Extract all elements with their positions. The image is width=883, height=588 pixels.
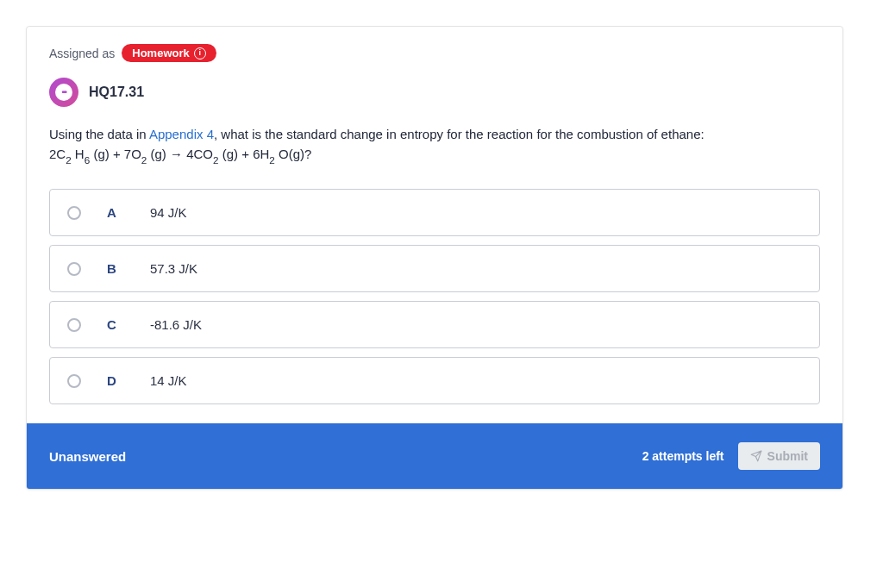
prompt-pre: Using the data in	[49, 127, 149, 141]
appendix-link[interactable]: Appendix 4	[149, 127, 214, 141]
option-d[interactable]: D 14 J/K	[49, 357, 820, 404]
option-letter: C	[107, 317, 124, 332]
attempts-left: 2 attempts left	[642, 449, 724, 463]
question-footer: Unanswered 2 attempts left Submit	[27, 423, 842, 489]
question-prompt: Using the data in Appendix 4, what is th…	[49, 124, 820, 166]
option-text: 14 J/K	[150, 373, 187, 388]
radio-icon	[67, 374, 81, 388]
homework-pill[interactable]: Homework i	[122, 44, 216, 62]
radio-icon	[67, 206, 81, 220]
option-text: 57.3 J/K	[150, 261, 197, 276]
chat-icon: •••	[55, 84, 72, 101]
submit-button[interactable]: Submit	[738, 442, 820, 470]
send-icon	[750, 450, 762, 462]
option-letter: B	[107, 261, 124, 276]
equation: 2C2 H6 (g) + 7O2 (g) → 4CO2 (g) + 6H2 O(…	[49, 147, 311, 161]
question-title-row: ••• HQ17.31	[49, 78, 820, 107]
answer-status: Unanswered	[49, 449, 126, 464]
option-text: -81.6 J/K	[150, 317, 202, 332]
assignment-row: Assigned as Homework i	[49, 44, 820, 62]
radio-icon	[67, 318, 81, 332]
footer-actions: 2 attempts left Submit	[642, 442, 820, 470]
pill-text: Homework	[132, 47, 189, 59]
info-icon[interactable]: i	[194, 47, 206, 59]
answer-options: A 94 J/K B 57.3 J/K C -81.6 J/K D 14 J/K	[49, 189, 820, 404]
option-letter: A	[107, 205, 124, 220]
option-c[interactable]: C -81.6 J/K	[49, 301, 820, 348]
card-body: Assigned as Homework i ••• HQ17.31 Using…	[27, 27, 842, 423]
question-number: HQ17.31	[89, 84, 144, 100]
question-type-icon: •••	[49, 78, 78, 107]
radio-icon	[67, 262, 81, 276]
option-a[interactable]: A 94 J/K	[49, 189, 820, 236]
submit-label: Submit	[767, 449, 808, 463]
prompt-post: , what is the standard change in entropy…	[214, 127, 705, 141]
assigned-as-label: Assigned as	[49, 47, 115, 60]
option-letter: D	[107, 373, 124, 388]
question-card: Assigned as Homework i ••• HQ17.31 Using…	[26, 26, 843, 490]
option-b[interactable]: B 57.3 J/K	[49, 245, 820, 292]
option-text: 94 J/K	[150, 205, 187, 220]
